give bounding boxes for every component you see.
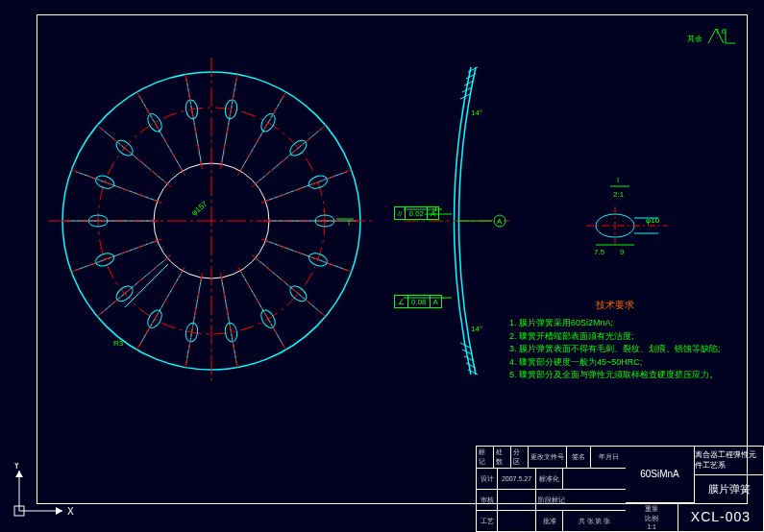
tech-req-title: 技术要求	[509, 298, 721, 312]
dim-slot-r: R3	[113, 339, 124, 348]
section-finger	[125, 264, 168, 307]
gdt-datum: A	[431, 296, 441, 307]
gdt-tol: 0.02	[406, 207, 428, 219]
tb-partname: 膜片弹簧	[695, 475, 763, 503]
ucs-y: Y	[13, 463, 20, 471]
surface-finish-symbol: 其余 1.6	[687, 24, 745, 50]
role-design: 设计	[477, 469, 498, 489]
dim-center-dia: φ157	[190, 199, 209, 217]
angle-top: 14°	[471, 109, 482, 117]
ucs-x: X	[67, 506, 74, 517]
detail-dim-c: φ10	[646, 216, 660, 225]
gdt-symbol: ∠	[395, 296, 408, 307]
role-check: 审核	[477, 490, 498, 510]
gdt-symbol: //	[395, 207, 406, 219]
tb-scale: 1:1	[647, 523, 656, 530]
svg-marker-80	[15, 471, 23, 477]
title-block: 标记 处数 分区 更改文件号 签名 年月日 设计 2007.5.27 标准化 审…	[476, 446, 764, 532]
svg-text:A: A	[497, 217, 503, 226]
gdt-datum: A	[428, 207, 438, 219]
sf-value: 1.6	[716, 28, 726, 35]
datum-a: A	[457, 215, 505, 227]
tb-material: 60SiMnA	[626, 447, 695, 503]
role-std: 标准化	[536, 469, 563, 489]
role-proc: 工艺	[477, 511, 498, 531]
main-view: φ157 R3 I	[48, 58, 375, 384]
tech-req-3: 3. 膜片弹簧表面不得有毛刺、裂纹、划痕、锈蚀等缺陷;	[509, 343, 721, 356]
svg-line-60	[468, 370, 478, 375]
drawing-number: XCL-003	[678, 503, 763, 531]
detail-view: I 2:1 7.5 9 φ10	[577, 173, 673, 259]
side-view: A 14° 14° 3	[404, 58, 509, 384]
svg-line-55	[468, 67, 478, 72]
detail-dim-b: 9	[620, 248, 625, 256]
technical-requirements: 技术要求 1. 膜片弹簧采用60Si2MnA; 2. 碟簧开槽端部表面须有光洁度…	[509, 298, 721, 382]
ucs-icon: X Y	[10, 463, 77, 522]
detail-dim-a: 7.5	[594, 248, 605, 256]
detail-scale: 2:1	[613, 190, 625, 199]
gdt-parallelism: // 0.02 A	[394, 206, 439, 220]
tb-company: 离合器工程弹性元件工艺系	[695, 447, 763, 475]
angle-bot: 14°	[471, 325, 482, 333]
svg-marker-78	[56, 507, 62, 515]
detail-label: I	[617, 176, 619, 184]
tech-req-5: 5. 碟簧部分及全面与弹性元须取样检查硬度挤压应力。	[509, 369, 721, 382]
section-label-i: I	[348, 219, 350, 228]
tech-req-2: 2. 碟簧开槽端部表面须有光洁度;	[509, 330, 721, 344]
date-design: 2007.5.27	[498, 469, 536, 489]
gdt-tol: 0.08	[408, 296, 431, 307]
tech-req-4: 4. 碟簧部分硬度一般为45~50HRC;	[509, 356, 721, 370]
sf-label: 其余	[687, 35, 702, 43]
gdt-angularity: ∠ 0.08 A	[394, 295, 442, 308]
tech-req-1: 1. 膜片弹簧采用60Si2MnA;	[509, 317, 721, 330]
